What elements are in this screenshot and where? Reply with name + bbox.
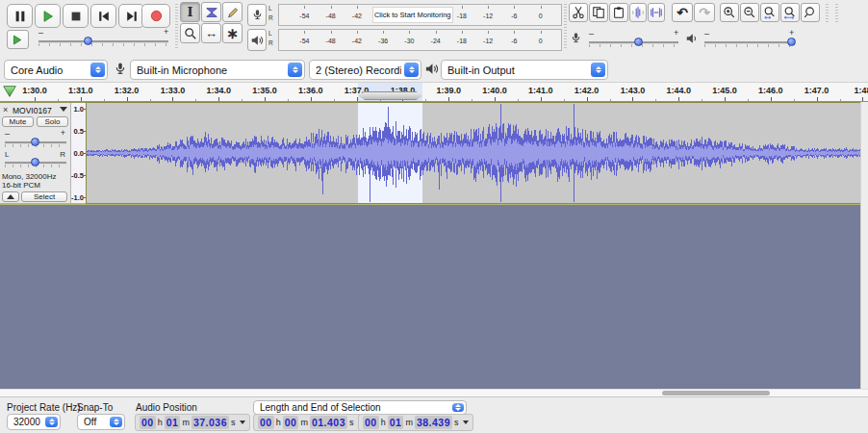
time-digits[interactable]: 01.403	[310, 416, 347, 429]
multi-tool-button[interactable]: ∗	[222, 23, 243, 43]
time-digits[interactable]: 38.439	[415, 416, 452, 429]
track-name[interactable]: MOVI0167	[13, 106, 52, 115]
combo-stepper-icon	[591, 63, 605, 77]
meter-tick	[331, 31, 332, 34]
fit-selection-button[interactable]	[760, 3, 779, 22]
toolbar-grip[interactable]	[826, 4, 829, 24]
skip-to-start-button[interactable]	[90, 4, 116, 28]
meter-tick	[541, 6, 542, 9]
redo-button[interactable]: ↷	[694, 3, 715, 22]
waveform-area[interactable]	[87, 103, 860, 203]
recording-meter[interactable]: Click to Start Monitoring -54-48-42-18-1…	[278, 4, 562, 26]
recording-channels-combo[interactable]: 2 (Stereo) Recordin...	[309, 60, 421, 80]
timeline-minor-tick	[702, 99, 702, 101]
audio-host-combo[interactable]: Core Audio	[4, 60, 108, 80]
playback-volume-thumb[interactable]	[787, 38, 796, 46]
stop-button[interactable]	[63, 4, 89, 28]
timeline-tick	[35, 97, 36, 101]
multi-tool-icon: ∗	[226, 26, 239, 40]
recording-device-combo[interactable]: Built-in Microphone	[130, 60, 305, 80]
toolbar-grip[interactable]	[175, 4, 178, 49]
solo-button[interactable]: Solo	[37, 116, 68, 127]
snap-to-value: Off	[84, 415, 105, 429]
select-track-button[interactable]: Select	[21, 191, 67, 202]
meter-tick-label: -30	[404, 37, 414, 43]
track-control-panel[interactable]: × MOVI0167 Mute Solo – + L R Mono, 32000…	[0, 103, 71, 203]
speaker-icon	[250, 34, 264, 47]
timeline-selection-bracket[interactable]	[358, 91, 422, 100]
fit-project-button[interactable]	[780, 3, 800, 22]
time-field-caret-icon[interactable]	[240, 420, 245, 424]
selection-end-field[interactable]: 00h01m38.439s	[358, 414, 473, 431]
draw-tool-icon	[226, 6, 240, 19]
time-digits[interactable]: 01	[165, 416, 181, 429]
zoom-in-button[interactable]	[720, 3, 739, 22]
timeline-minor-tick	[150, 99, 151, 101]
time-field-caret-icon[interactable]	[463, 420, 469, 424]
selection-mode-combo[interactable]: Length and End of Selection	[253, 400, 467, 415]
horizontal-scrollbar[interactable]	[0, 389, 868, 396]
time-digits[interactable]: 00	[140, 416, 156, 429]
meter-tick	[541, 31, 542, 34]
time-shift-tool-button[interactable]: ↔	[201, 23, 221, 43]
timeline-tick-label: 1:30.0	[22, 86, 47, 95]
playback-device-combo[interactable]: Built-in Output	[441, 60, 608, 80]
selection-tool-button[interactable]: I	[180, 2, 200, 22]
timeline-pin-icon[interactable]	[2, 84, 17, 103]
monitoring-overlay[interactable]: Click to Start Monitoring	[372, 7, 453, 23]
snap-to-combo[interactable]: Off	[77, 414, 125, 430]
playback-meter-button[interactable]	[247, 29, 267, 51]
zoom-toggle-button[interactable]	[801, 3, 820, 22]
undo-button[interactable]: ↶	[672, 3, 693, 22]
mute-button[interactable]: Mute	[2, 116, 34, 127]
zoom-out-button[interactable]	[740, 3, 759, 22]
timeline-ruler[interactable]: 1:30.01:31.01:32.01:33.01:34.01:35.01:36…	[0, 83, 868, 102]
pause-button[interactable]	[7, 4, 33, 28]
amplitude-tick	[83, 131, 86, 132]
envelope-tool-icon	[205, 6, 218, 19]
time-digits[interactable]: 37.036	[191, 416, 229, 429]
combo-stepper-icon	[90, 63, 105, 77]
speed-plus-label: +	[164, 28, 168, 37]
project-rate-value: 32000	[13, 415, 40, 429]
meter-tick	[514, 6, 515, 9]
toolbar-grip[interactable]	[564, 4, 567, 49]
timeline-minor-tick	[472, 99, 472, 101]
horizontal-scrollbar-thumb[interactable]	[662, 391, 770, 395]
track-menu-chevron-icon[interactable]	[60, 107, 67, 112]
vertical-scrollbar[interactable]	[860, 102, 868, 389]
paste-button[interactable]	[609, 3, 628, 22]
waveform-graphic	[87, 103, 860, 203]
draw-tool-button[interactable]	[222, 2, 243, 22]
envelope-tool-button[interactable]	[201, 2, 221, 22]
snap-to-label: Snap-To	[77, 402, 113, 413]
timeline-minor-tick	[104, 99, 105, 101]
skip-to-end-button[interactable]	[118, 4, 144, 28]
copy-button[interactable]	[589, 3, 608, 22]
zoom-tool-button[interactable]	[180, 23, 200, 43]
recording-meter-button[interactable]	[247, 4, 267, 26]
time-digits[interactable]: 00	[363, 416, 379, 429]
toolbar-grip[interactable]	[835, 4, 838, 24]
record-button[interactable]	[141, 4, 170, 28]
track-close-icon[interactable]: ×	[3, 105, 8, 115]
trim-audio-button[interactable]	[629, 3, 647, 22]
time-digits[interactable]: 00	[283, 416, 299, 429]
cut-button[interactable]	[569, 3, 588, 22]
gain-slider-thumb[interactable]	[31, 138, 39, 146]
selection-length-field[interactable]: 00h00m01.403s	[253, 414, 369, 431]
playback-meter[interactable]: -54-48-42-36-30-24-18-12-60	[278, 29, 562, 51]
play-at-speed-button[interactable]	[7, 30, 29, 49]
meter-tick-label: 0	[539, 12, 543, 18]
copy-icon	[592, 6, 605, 19]
pan-slider-thumb[interactable]	[31, 158, 39, 166]
silence-audio-button[interactable]	[648, 3, 665, 22]
time-digits[interactable]: 01	[388, 416, 404, 429]
play-button[interactable]	[35, 4, 61, 28]
audio-position-field[interactable]: 00h01m37.036s	[135, 414, 250, 431]
project-rate-combo[interactable]: 32000	[7, 414, 61, 430]
collapse-track-button[interactable]	[2, 191, 19, 202]
timeline-tick-label: 1:35.0	[252, 86, 277, 95]
time-digits[interactable]: 00	[258, 416, 274, 429]
timeline-minor-tick	[242, 99, 243, 101]
